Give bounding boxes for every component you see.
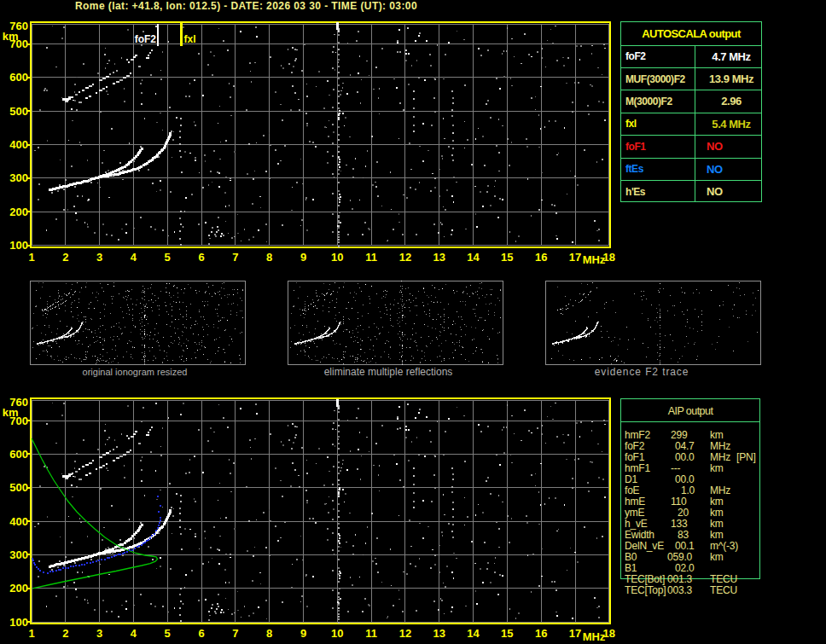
- svg-text:fxl: fxl: [184, 33, 196, 45]
- svg-text:eliminate multiple reflections: eliminate multiple reflections: [324, 366, 453, 378]
- svg-text:original ionogram resized: original ionogram resized: [83, 367, 188, 377]
- svg-text:foF2: foF2: [135, 33, 157, 45]
- svg-text:evidence F2 trace: evidence F2 trace: [595, 366, 689, 378]
